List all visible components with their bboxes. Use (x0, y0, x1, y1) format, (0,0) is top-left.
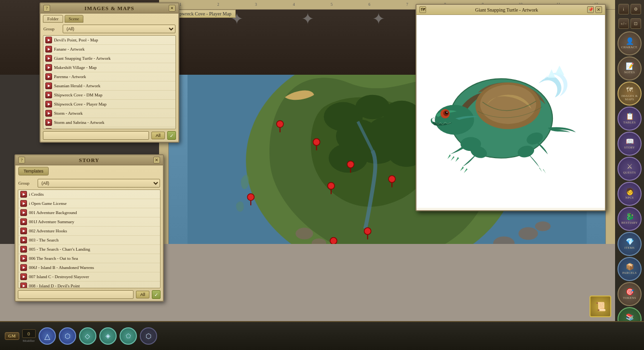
item-icon: ▶ (45, 110, 52, 117)
ruler-num-5: 5 (313, 2, 350, 7)
svg-point-50 (446, 111, 448, 113)
dice-d10-button[interactable]: ◈ (99, 327, 117, 345)
item-text: Shipwreck Cove - Player Map (54, 102, 107, 107)
story-list[interactable]: ▶ i Credits ▶ i Open Game License ▶ 001 … (18, 189, 161, 288)
list-item[interactable]: ▶ 001J Adventure Summary (18, 217, 160, 227)
sidebar-btn-parcels[interactable]: 📦 Parcels (617, 257, 642, 281)
story-group-row: Group (All) (15, 177, 163, 189)
help-button[interactable]: ? (43, 5, 50, 12)
images-list[interactable]: ▶ Devil's Point, Pool - Map ▶ Fanane - A… (43, 35, 176, 129)
sidebar-small-btn-1[interactable]: i (618, 4, 629, 14)
list-item[interactable]: ▶ 007 Island C - Destroyed Slayover (18, 272, 160, 282)
story-group-select[interactable]: (All) (38, 179, 160, 188)
list-item[interactable]: ▶ i Credits (18, 190, 160, 199)
d20-icon: ⬡ (146, 332, 151, 340)
story-all-button[interactable]: All (136, 291, 149, 298)
panel-controls-left: ? (43, 5, 50, 12)
artwork-close-button[interactable]: ✕ (595, 6, 602, 13)
sidebar-btn-bestiary[interactable]: 🐉 Bestiary (617, 207, 642, 231)
item-text: Fanane - Artwork (54, 47, 84, 52)
sidebar-btn-tables[interactable]: 📋 Tables (617, 107, 642, 131)
item-text: 006J - Island B - Abandoned Warrens (29, 265, 94, 270)
story-confirm-button[interactable]: ✓ (152, 290, 161, 299)
item-text: 001J Adventure Summary (29, 219, 74, 224)
sidebar-btn-items[interactable]: 💎 Items (617, 232, 642, 256)
svg-point-24 (347, 161, 354, 168)
list-item[interactable]: ▶ Devil's Point, Pool - Map (43, 36, 175, 45)
modifier-label: Modifier (23, 339, 35, 343)
sidebar-small-btn-3[interactable]: ⊡ (631, 18, 641, 29)
list-item[interactable]: ▶ Fanane - Artwork (43, 45, 175, 54)
templates-button[interactable]: Templates (18, 167, 49, 175)
scroll-button[interactable]: 📜 (590, 296, 611, 317)
d12-icon: ⬠ (126, 333, 131, 340)
list-item[interactable]: ▶ Parenna - Artwork (43, 72, 175, 81)
items-label: Items (625, 246, 635, 249)
list-item[interactable]: ▶ 001 Adventure Background (18, 208, 160, 217)
sidebar-zoom-in[interactable]: +/− (618, 18, 629, 29)
images-group-select[interactable]: (All) (63, 25, 175, 33)
tokens-icon: 🎯 (626, 289, 634, 296)
quests-label: Quests (623, 171, 636, 174)
scroll-icon: 📜 (595, 301, 606, 312)
item-text: 002 Adventure Hooks (29, 229, 67, 233)
list-item[interactable]: ▶ i Open Game License (18, 199, 160, 208)
list-item[interactable]: ▶ Giant Snapping Turtle - Artwork (43, 54, 175, 63)
gm-badge: GM (5, 332, 19, 340)
list-item[interactable]: ▶ 006 The Search - Out to Sea (18, 254, 160, 263)
item-icon: ▶ (45, 64, 52, 71)
artwork-pin-button[interactable]: 📌 (587, 6, 594, 13)
ruler-num-6: 6 (350, 2, 388, 7)
svg-point-36 (364, 228, 371, 234)
list-item[interactable]: ▶ 006J - Island B - Abandoned Warrens (18, 263, 160, 272)
list-item[interactable]: ▶ Shipwreck Cove - Player Map (43, 100, 175, 109)
sidebar-small-btn-2[interactable]: ⚙ (631, 4, 641, 14)
sidebar-btn-tokens[interactable]: 🎯 Tokens (617, 282, 642, 306)
images-group-label: Group (43, 27, 60, 31)
library-icon: 📚 (626, 314, 634, 321)
list-item[interactable]: ▶ Storm - Artwork (43, 109, 175, 118)
item-icon: ▶ (20, 237, 27, 243)
sidebar-btn-quests[interactable]: ⚔ Quests (617, 157, 642, 181)
dice-d4-button[interactable]: △ (39, 327, 56, 345)
sidebar-btn-character[interactable]: 👤 Charact. (617, 31, 642, 55)
bestiary-label: Bestiary (621, 221, 638, 224)
tab-scene[interactable]: Scene (65, 15, 84, 23)
tab-folder[interactable]: Folder (43, 15, 63, 23)
list-item[interactable]: ▶ 002 Adventure Hooks (18, 227, 160, 236)
item-icon: ▶ (20, 264, 27, 271)
dice-d12-button[interactable]: ⬠ (120, 327, 137, 345)
item-text: Sasanian Herald - Artwork (54, 83, 100, 88)
modifier-area: 0 Modifier (22, 329, 36, 343)
images-maps-tabs: Folder Scene (40, 13, 178, 23)
items-icon: 💎 (626, 239, 634, 245)
list-item[interactable]: ▶ Shipwreck Cove - DM Map (43, 91, 175, 100)
sidebar-btn-npcs[interactable]: 🧑 NPCs (617, 182, 642, 206)
list-item[interactable]: ▶ 005 - The Search - Charr's Landing (18, 245, 160, 254)
sidebar-btn-story[interactable]: 📖 Story (617, 132, 642, 156)
sidebar-btn-images-maps[interactable]: 🗺 Images & Maps (617, 81, 642, 106)
list-item[interactable]: ▶ 008 - Island D - Devil's Point (18, 282, 160, 288)
close-images-button[interactable]: ✕ (169, 5, 175, 12)
images-all-button[interactable]: All (151, 132, 165, 139)
list-item[interactable]: ▶ Sasanian Herald - Artwork (43, 81, 175, 91)
story-help-button[interactable]: ? (18, 157, 25, 163)
dice-d6-button[interactable]: ⬡ (59, 327, 76, 345)
list-item[interactable]: ▶ Storm and Sabrina - Artwork (43, 118, 175, 127)
story-sidebar-label: Story (624, 146, 635, 149)
images-group-row: Group (All) (40, 23, 178, 35)
dice-d8-button[interactable]: ◇ (79, 327, 96, 345)
images-search-input[interactable] (43, 131, 149, 140)
images-confirm-button[interactable]: ✓ (167, 131, 176, 140)
svg-point-20 (277, 121, 283, 127)
artwork-controls: 📌 ✕ (587, 6, 602, 13)
item-icon: ▶ (20, 218, 27, 225)
story-search-input[interactable] (18, 290, 134, 299)
close-story-button[interactable]: ✕ (153, 157, 160, 163)
sidebar-btn-notes[interactable]: 📝 Notes (617, 56, 642, 81)
dice-d20-button[interactable]: ⬡ (140, 327, 157, 345)
list-item[interactable]: ▶ Makeshift Village - Map (43, 63, 175, 72)
list-item[interactable]: ▶ 003 - The Search (18, 236, 160, 245)
item-text: Parenna - Artwork (54, 74, 86, 79)
bestiary-icon: 🐉 (626, 214, 634, 220)
